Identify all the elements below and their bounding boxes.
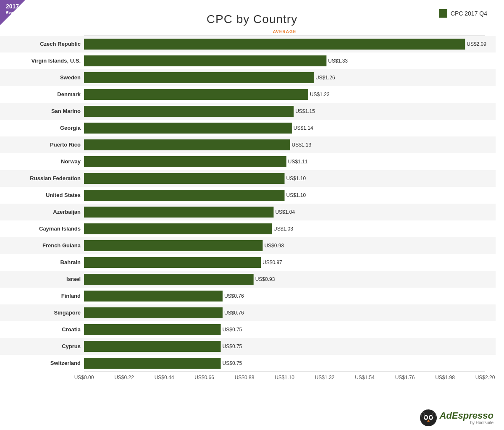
svg-text:Denmark: Denmark — [57, 91, 81, 97]
svg-rect-38 — [84, 89, 308, 100]
svg-rect-102 — [84, 358, 221, 369]
svg-text:US$0.75: US$0.75 — [223, 360, 242, 366]
by-hootsuite-text: by Hootsuite — [440, 420, 494, 425]
svg-text:US$0.98: US$0.98 — [264, 243, 284, 249]
svg-text:US$0.00: US$0.00 — [74, 375, 94, 380]
svg-text:US$0.75: US$0.75 — [223, 343, 242, 349]
svg-text:US$1.76: US$1.76 — [395, 375, 415, 380]
svg-text:US$1.14: US$1.14 — [294, 125, 313, 131]
svg-text:US$1.98: US$1.98 — [435, 375, 455, 380]
svg-rect-98 — [84, 341, 221, 352]
svg-text:US$1.26: US$1.26 — [315, 75, 335, 81]
svg-text:US$1.54: US$1.54 — [355, 375, 375, 380]
svg-text:US$1.10: US$1.10 — [286, 192, 306, 198]
svg-rect-42 — [84, 106, 294, 117]
svg-text:US$0.97: US$0.97 — [262, 260, 282, 265]
svg-text:Cyprus: Cyprus — [62, 343, 81, 349]
svg-text:Switzerland: Switzerland — [50, 360, 81, 366]
svg-rect-50 — [84, 139, 290, 150]
svg-text:US$1.15: US$1.15 — [295, 108, 315, 114]
footer: AdEspresso by Hootsuite — [420, 409, 494, 427]
legend-color-box — [439, 9, 447, 18]
svg-text:Puerto Rico: Puerto Rico — [50, 142, 81, 148]
svg-rect-94 — [84, 324, 221, 335]
badge-review: Review — [6, 10, 19, 15]
badge-text: 2017 Review — [1, 3, 24, 16]
svg-text:US$1.10: US$1.10 — [286, 176, 306, 181]
svg-rect-26 — [84, 39, 465, 50]
svg-rect-54 — [84, 156, 286, 167]
svg-text:US$0.75: US$0.75 — [223, 327, 242, 333]
svg-text:Russian Federation: Russian Federation — [30, 175, 81, 181]
svg-text:US$1.03: US$1.03 — [273, 226, 293, 232]
svg-rect-30 — [84, 55, 326, 66]
svg-text:US$0.44: US$0.44 — [155, 375, 174, 380]
svg-rect-70 — [84, 223, 272, 234]
svg-point-115 — [432, 412, 436, 417]
svg-text:US$0.66: US$0.66 — [194, 375, 214, 380]
svg-text:AVERAGE: AVERAGE — [273, 29, 297, 34]
svg-text:San Marino: San Marino — [51, 108, 81, 114]
svg-text:Bahrain: Bahrain — [60, 259, 81, 265]
svg-rect-86 — [84, 291, 223, 302]
chart-container: 2017 Review CPC by Country CPC 2017 Q4 U… — [0, 0, 504, 430]
svg-text:Finland: Finland — [61, 293, 81, 299]
svg-text:Virgin Islands, U.S.: Virgin Islands, U.S. — [31, 58, 81, 64]
svg-text:US$0.76: US$0.76 — [224, 310, 244, 316]
badge-year: 2017 — [6, 3, 19, 10]
svg-text:US$1.11: US$1.11 — [288, 159, 308, 165]
svg-text:Cayman Islands: Cayman Islands — [39, 225, 81, 232]
svg-rect-74 — [84, 240, 262, 251]
svg-point-106 — [420, 409, 437, 426]
svg-rect-62 — [84, 190, 285, 201]
svg-rect-46 — [84, 123, 292, 134]
owl-icon — [420, 409, 437, 427]
svg-point-111 — [425, 417, 426, 418]
svg-text:Israel: Israel — [66, 276, 81, 282]
svg-text:US$0.22: US$0.22 — [114, 375, 134, 380]
svg-rect-82 — [84, 274, 254, 285]
svg-text:Georgia: Georgia — [60, 125, 81, 131]
legend: CPC 2017 Q4 — [439, 9, 487, 18]
legend-label: CPC 2017 Q4 — [451, 10, 487, 17]
svg-rect-66 — [84, 207, 273, 218]
svg-text:Czech Republic: Czech Republic — [40, 41, 81, 47]
svg-rect-90 — [84, 307, 223, 318]
title-area: CPC by Country — [8, 8, 496, 26]
svg-point-112 — [430, 417, 431, 418]
chart-title: CPC by Country — [207, 13, 297, 26]
svg-text:Croatia: Croatia — [62, 326, 81, 333]
svg-text:Azerbaijan: Azerbaijan — [53, 209, 81, 215]
svg-text:US$0.93: US$0.93 — [255, 276, 275, 282]
svg-text:US$0.76: US$0.76 — [224, 293, 244, 299]
svg-text:Norway: Norway — [61, 158, 81, 165]
svg-text:US$1.10: US$1.10 — [275, 375, 294, 380]
svg-text:Sweden: Sweden — [60, 74, 81, 81]
svg-rect-34 — [84, 72, 314, 83]
svg-text:US$1.13: US$1.13 — [292, 142, 312, 148]
svg-text:United States: United States — [46, 192, 81, 198]
svg-text:US$1.23: US$1.23 — [310, 92, 330, 97]
svg-text:US$2.20: US$2.20 — [475, 375, 495, 380]
svg-text:US$2.09: US$2.09 — [467, 41, 486, 47]
svg-point-114 — [421, 412, 425, 417]
svg-rect-78 — [84, 257, 261, 268]
svg-text:US$0.88: US$0.88 — [235, 375, 255, 380]
svg-text:Singapore: Singapore — [54, 309, 81, 316]
svg-text:US$1.04: US$1.04 — [275, 209, 295, 215]
badge-area: 2017 Review — [0, 0, 34, 34]
adespresso-branding: AdEspresso by Hootsuite — [440, 411, 494, 425]
svg-text:US$1.33: US$1.33 — [328, 58, 348, 64]
svg-text:US$1.32: US$1.32 — [315, 375, 335, 380]
adespresso-text: AdEspresso — [440, 411, 494, 420]
chart-area: US$0.00US$0.22US$0.44US$0.66US$0.88US$1.… — [0, 25, 504, 407]
svg-rect-58 — [84, 173, 285, 184]
svg-text:French Guiana: French Guiana — [42, 242, 81, 249]
